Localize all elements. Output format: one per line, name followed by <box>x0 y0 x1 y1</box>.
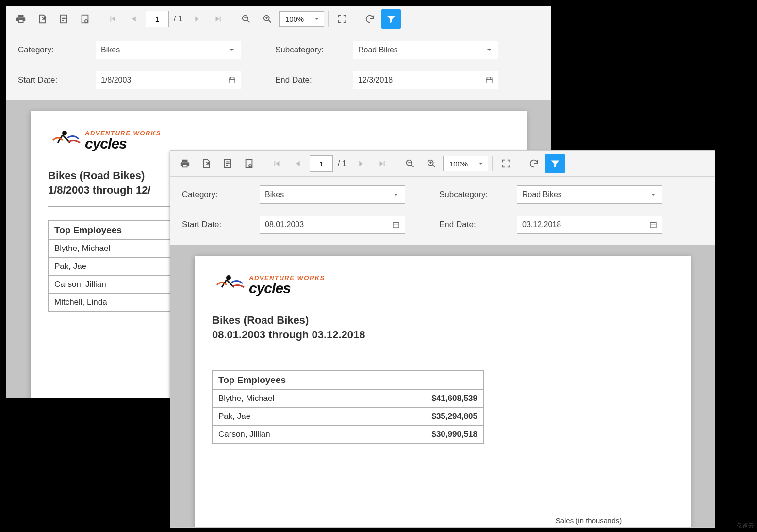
page-separator: / 1 <box>338 159 346 168</box>
logo-text-bottom: cycles <box>249 281 325 296</box>
calendar-icon <box>485 76 493 84</box>
top-employees-table: Top Employees Blythe, Michael $41,608,53… <box>212 370 484 444</box>
calendar-icon <box>649 221 657 229</box>
category-value: Bikes <box>265 190 284 199</box>
parameters-panel: Category: Bikes Subcategory: Road Bikes … <box>6 32 551 100</box>
zoom-out-button[interactable] <box>236 9 256 29</box>
separator <box>99 11 99 27</box>
last-page-button[interactable] <box>373 154 392 173</box>
separator <box>492 156 493 171</box>
svg-point-7 <box>62 131 67 135</box>
start-date-label: Start Date: <box>182 220 260 230</box>
svg-rect-5 <box>229 78 235 83</box>
page-separator: / 1 <box>174 15 182 23</box>
table-row: Carson, Jillian $30,990,518 <box>213 426 484 444</box>
first-page-button[interactable] <box>103 9 122 29</box>
end-date-input[interactable]: 03.12.2018 <box>517 216 662 234</box>
report-title: Bikes (Road Bikes) <box>212 314 673 327</box>
subcategory-combo[interactable]: Road Bikes <box>517 185 662 204</box>
end-date-input[interactable]: 12/3/2018 <box>353 71 498 89</box>
fullscreen-button[interactable] <box>332 9 352 29</box>
document-map-button[interactable] <box>218 154 237 173</box>
sales-chart: Sales (in thousands) Blythe, Michael <box>496 516 681 527</box>
refresh-button[interactable] <box>360 9 379 29</box>
category-combo[interactable]: Bikes <box>260 185 405 204</box>
table-row: Blythe, Michael $41,608,539 <box>213 390 484 408</box>
zoom-in-button[interactable] <box>422 154 441 173</box>
calendar-icon <box>392 221 400 229</box>
page-number-input[interactable] <box>146 11 169 27</box>
zoom-in-button[interactable] <box>258 9 277 29</box>
table-header: Top Employees <box>213 371 484 390</box>
document-area: ADVENTURE WORKS cycles Bikes (Road Bikes… <box>170 245 715 527</box>
zoom-combo[interactable]: 100% <box>443 156 488 171</box>
parameters-toggle-button[interactable] <box>381 9 401 29</box>
svg-point-2 <box>85 20 88 23</box>
subcategory-label: Subcategory: <box>439 190 517 200</box>
svg-point-10 <box>249 165 252 167</box>
separator <box>328 11 329 27</box>
last-page-button[interactable] <box>209 9 228 29</box>
end-date-label: End Date: <box>275 75 353 85</box>
zoom-combo[interactable]: 100% <box>279 11 324 27</box>
chevron-down-icon <box>485 46 493 54</box>
category-label: Category: <box>18 45 96 55</box>
parameters-panel: Category: Bikes Subcategory: Road Bikes … <box>170 177 715 245</box>
end-date-value: 03.12.2018 <box>522 220 561 229</box>
zoom-value: 100% <box>444 160 474 168</box>
category-value: Bikes <box>101 46 120 54</box>
category-combo[interactable]: Bikes <box>96 41 241 59</box>
next-page-button[interactable] <box>187 9 207 29</box>
table-row: Pak, Jae $35,294,805 <box>213 408 484 426</box>
separator <box>356 11 356 27</box>
logo-text-bottom: cycles <box>85 136 161 151</box>
report-viewer-b: / 1 100% Cate <box>170 150 715 528</box>
start-date-input[interactable]: 1/8/2003 <box>96 71 241 89</box>
prev-page-button[interactable] <box>124 9 144 29</box>
page-setup-button[interactable] <box>75 9 95 29</box>
separator <box>263 156 263 171</box>
end-date-value: 12/3/2018 <box>358 76 393 84</box>
svg-rect-14 <box>650 222 656 228</box>
start-date-input[interactable]: 08.01.2003 <box>260 216 405 234</box>
first-page-button[interactable] <box>267 154 286 173</box>
separator <box>232 11 232 27</box>
start-date-label: Start Date: <box>18 75 96 85</box>
export-button[interactable] <box>33 9 52 29</box>
next-page-button[interactable] <box>351 154 371 173</box>
prev-page-button[interactable] <box>288 154 308 173</box>
subcategory-label: Subcategory: <box>275 45 353 55</box>
svg-rect-6 <box>486 78 492 83</box>
chevron-down-icon <box>649 191 657 199</box>
separator <box>520 156 520 171</box>
svg-point-15 <box>226 275 231 280</box>
zoom-out-button[interactable] <box>400 154 420 173</box>
subcategory-combo[interactable]: Road Bikes <box>353 41 498 59</box>
chevron-down-icon <box>228 46 236 54</box>
print-button[interactable] <box>11 9 31 29</box>
start-date-value: 1/8/2003 <box>101 76 131 84</box>
refresh-button[interactable] <box>524 154 543 173</box>
export-button[interactable] <box>197 154 216 173</box>
watermark: 亿速云 <box>737 522 754 530</box>
parameters-toggle-button[interactable] <box>545 154 565 173</box>
company-logo: ADVENTURE WORKS cycles <box>212 270 673 299</box>
page-setup-button[interactable] <box>239 154 259 173</box>
fullscreen-button[interactable] <box>496 154 516 173</box>
svg-rect-13 <box>393 222 399 228</box>
chevron-down-icon <box>474 156 488 171</box>
category-label: Category: <box>182 190 260 200</box>
separator <box>396 156 396 171</box>
report-date-range: 08.01.2003 through 03.12.2018 <box>212 329 673 341</box>
toolbar: / 1 100% <box>170 151 715 177</box>
cyclist-icon <box>212 273 246 297</box>
print-button[interactable] <box>175 154 195 173</box>
zoom-value: 100% <box>280 15 310 23</box>
chart-title: Sales (in thousands) <box>496 516 681 525</box>
report-page: ADVENTURE WORKS cycles Bikes (Road Bikes… <box>195 256 691 527</box>
toolbar: / 1 100% <box>6 6 551 32</box>
subcategory-value: Road Bikes <box>522 190 562 199</box>
chevron-down-icon <box>310 12 324 26</box>
document-map-button[interactable] <box>54 9 73 29</box>
page-number-input[interactable] <box>310 155 333 172</box>
